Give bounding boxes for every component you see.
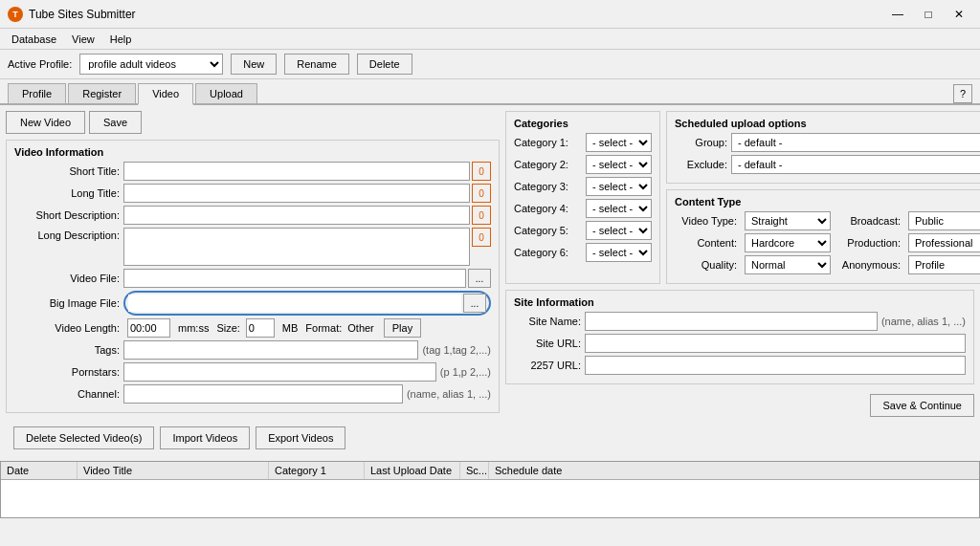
long-title-counter: 0 [472, 184, 491, 203]
long-desc-row: Long Description: 0 [14, 228, 491, 266]
long-desc-counter: 0 [472, 228, 491, 247]
video-length-row: Video Length: mm:ss Size: MB Format: Oth… [14, 318, 491, 338]
video-file-input[interactable] [123, 269, 466, 288]
tags-row: Tags: (tag 1,tag 2,...) [14, 340, 491, 360]
long-desc-input[interactable] [123, 228, 470, 266]
profile-select[interactable]: profile adult videos [79, 54, 223, 75]
cat-5-row: Category 5: - select - [514, 221, 652, 240]
tab-profile[interactable]: Profile [8, 83, 66, 103]
export-videos-button[interactable]: Export Videos [256, 426, 345, 449]
play-button[interactable]: Play [384, 318, 421, 338]
new-profile-button[interactable]: New [231, 54, 277, 75]
cat-1-label: Category 1: [514, 137, 586, 148]
video-type-select[interactable]: Straight [745, 211, 831, 230]
site-info-title: Site Information [514, 296, 966, 308]
right-bottom: Save & Continue [505, 394, 974, 417]
length-format: mm:ss [178, 322, 209, 334]
site-name-row: Site Name: (name, alias 1, ...) [514, 312, 966, 331]
long-title-label: Long Title: [14, 187, 120, 199]
save-continue-button[interactable]: Save & Continue [870, 394, 974, 417]
video-file-row: Video File: ... [14, 269, 491, 288]
app-title: Tube Sites Submitter [29, 8, 136, 21]
menu-view[interactable]: View [64, 32, 102, 47]
right-panel: Categories Category 1: - select - Catego… [505, 111, 974, 455]
table-area: Date Video Title Category 1 Last Upload … [0, 461, 980, 518]
tags-input[interactable] [123, 340, 418, 360]
sched-group-select[interactable]: - default - [731, 133, 980, 152]
cat-6-select[interactable]: - select - [586, 243, 652, 262]
sched-exclude-row: Exclude: - default - [675, 155, 980, 174]
cat-5-select[interactable]: - select - [586, 221, 652, 240]
site-name-label: Site Name: [514, 316, 581, 327]
site-name-input[interactable] [585, 312, 878, 331]
content-select[interactable]: Hardcore [745, 233, 831, 252]
tags-hint: (tag 1,tag 2,...) [422, 344, 491, 356]
big-image-browse[interactable]: ... [463, 294, 486, 313]
video-info-title: Video Information [14, 146, 491, 158]
channel-label: Channel: [14, 388, 120, 400]
help-button[interactable]: ? [953, 84, 972, 103]
production-select[interactable]: Professional [908, 233, 980, 252]
content-label: Content: [675, 237, 737, 249]
menu-database[interactable]: Database [4, 32, 64, 47]
site-url-input[interactable] [585, 334, 966, 353]
delete-selected-button[interactable]: Delete Selected Video(s) [13, 426, 154, 449]
categories-group: Categories Category 1: - select - Catego… [505, 111, 660, 284]
channel-input[interactable] [123, 384, 403, 404]
menu-help[interactable]: Help [102, 32, 140, 47]
cat-4-label: Category 4: [514, 203, 586, 214]
sched-exclude-select[interactable]: - default - [731, 155, 980, 174]
cat-1-select[interactable]: - select - [586, 133, 652, 152]
quality-select[interactable]: Normal [745, 255, 831, 274]
delete-profile-button[interactable]: Delete [357, 54, 412, 75]
video-length-label: Video Length: [14, 322, 120, 334]
col-date: Date [1, 462, 78, 479]
tab-video[interactable]: Video [138, 83, 193, 105]
short-title-row: Short Title: 0 [14, 162, 491, 181]
titlebar-controls: — □ ✕ [884, 5, 972, 24]
cat-4-select[interactable]: - select - [586, 199, 652, 218]
import-videos-button[interactable]: Import Videos [160, 426, 250, 449]
big-image-row: Big Image File: ... [14, 291, 491, 316]
long-title-input[interactable] [123, 184, 470, 203]
titlebar-left: T Tube Sites Submitter [8, 7, 136, 22]
cat-2-label: Category 2: [514, 159, 586, 170]
rename-profile-button[interactable]: Rename [284, 54, 349, 75]
video-info-group: Video Information Short Title: 0 Long Ti… [6, 140, 500, 413]
short-title-input[interactable] [123, 162, 470, 181]
pornstars-input[interactable] [123, 362, 436, 382]
app-icon: T [8, 7, 23, 22]
big-image-input[interactable] [128, 295, 461, 312]
short-desc-input[interactable] [123, 206, 470, 225]
cat-3-select[interactable]: - select - [586, 177, 652, 196]
save-button[interactable]: Save [89, 111, 142, 134]
size-input[interactable] [246, 318, 275, 338]
active-profile-label: Active Profile: [8, 58, 72, 70]
content-video-type-row: Video Type: Straight Broadcast: Public [675, 211, 980, 230]
video-file-browse[interactable]: ... [468, 269, 491, 288]
content-content-row: Content: Hardcore Production: Profession… [675, 233, 980, 252]
titlebar: T Tube Sites Submitter — □ ✕ [0, 0, 980, 29]
short-desc-counter: 0 [472, 206, 491, 225]
site-url-row: Site URL: [514, 334, 966, 353]
close-button[interactable]: ✕ [946, 5, 972, 24]
col-sched-date: Schedule date [489, 462, 979, 479]
quality-label: Quality: [675, 259, 737, 271]
tab-register[interactable]: Register [68, 83, 136, 103]
size-unit: MB [282, 322, 299, 334]
video-type-label: Video Type: [675, 215, 737, 227]
anonymous-select[interactable]: Profile [908, 255, 980, 274]
big-image-highlight: ... [123, 291, 491, 316]
broadcast-select[interactable]: Public [908, 211, 980, 230]
cat-2-select[interactable]: - select - [586, 155, 652, 174]
video-file-label: Video File: [14, 273, 120, 284]
tab-upload[interactable]: Upload [195, 83, 257, 103]
url-2257-input[interactable] [585, 356, 966, 375]
short-desc-row: Short Description: 0 [14, 206, 491, 225]
url-2257-row: 2257 URL: [514, 356, 966, 375]
long-title-row: Long Title: 0 [14, 184, 491, 203]
new-video-button[interactable]: New Video [6, 111, 85, 134]
minimize-button[interactable]: — [884, 5, 911, 24]
maximize-button[interactable]: □ [915, 5, 942, 24]
video-length-input[interactable] [127, 318, 170, 338]
